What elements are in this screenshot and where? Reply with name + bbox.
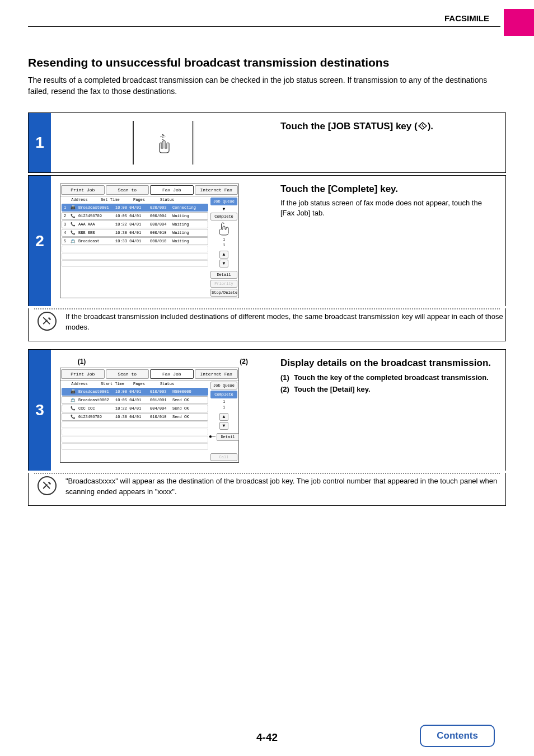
row-index: 2 bbox=[64, 214, 68, 218]
row-status: Waiting bbox=[172, 239, 206, 243]
row-pages: 004/004 bbox=[150, 406, 170, 411]
row-pages: 010/003 bbox=[150, 389, 170, 394]
row-address: Broadcast0002 bbox=[78, 398, 113, 402]
list-row[interactable]: 2📞012345678910:05 04/01000/004Waiting bbox=[62, 212, 208, 220]
callout-1: (1) bbox=[62, 358, 101, 365]
row-address: Broadcast0001 bbox=[78, 205, 113, 210]
stop-delete-button[interactable]: Stop/Delete bbox=[210, 289, 237, 297]
svg-line-2 bbox=[423, 126, 424, 127]
row-time: 10:05 04/01 bbox=[115, 214, 148, 218]
row-pages: 020/003 bbox=[150, 205, 170, 210]
press-key-illustration bbox=[133, 121, 194, 165]
row-type-icon: 📞 bbox=[71, 222, 76, 227]
step-3-title: Display details on the broadcast transmi… bbox=[280, 358, 496, 369]
list-row-empty bbox=[62, 246, 208, 252]
list-row[interactable]: 📇Broadcast000210:05 04/01001/001Send OK bbox=[62, 396, 208, 404]
list-row[interactable]: 4📞BBB BBB10:30 04/01000/010Waiting bbox=[62, 229, 208, 237]
row-address: 0123456789 bbox=[78, 415, 113, 419]
row-type-icon: 📇 bbox=[71, 398, 76, 402]
list-row[interactable]: 5📇Broadcast10:33 04/01000/010Waiting bbox=[62, 237, 208, 245]
page-title: Resending to unsuccessful broadcast tran… bbox=[28, 56, 506, 69]
list-row[interactable]: 3📞AAA AAA10:22 04/01000/004Waiting bbox=[62, 220, 208, 228]
list-headers: Address Start Time Pages Status bbox=[60, 381, 209, 387]
call-button[interactable]: Call bbox=[210, 453, 237, 461]
list-row-empty bbox=[62, 429, 208, 435]
tab-print-job[interactable]: Print Job bbox=[61, 369, 105, 379]
row-time: 10:22 04/01 bbox=[115, 222, 148, 227]
row-type-icon: 📠 bbox=[71, 389, 76, 394]
callout-2: (2) bbox=[101, 358, 265, 365]
list-row[interactable]: 📞012345678910:30 04/01010/010Send OK bbox=[62, 413, 208, 421]
list-row-empty bbox=[62, 253, 208, 260]
contents-button[interactable]: Contents bbox=[420, 725, 495, 747]
substep-2: (2) Touch the [Detail] key. bbox=[280, 385, 496, 393]
list-row-empty bbox=[62, 421, 208, 428]
step-2-title: Touch the [Complete] key. bbox=[280, 184, 496, 195]
row-time: 10:00 04/01 bbox=[115, 205, 148, 210]
tab-fax-job[interactable]: Fax Job bbox=[150, 369, 194, 379]
page-index-2: 1 bbox=[223, 405, 225, 410]
substep-2-text: Touch the [Detail] key. bbox=[294, 385, 371, 393]
scroll-up-button[interactable]: ▲ bbox=[219, 251, 228, 259]
list-row[interactable]: 1📠Broadcast000110:00 04/01020/003Connect… bbox=[62, 204, 208, 212]
row-type-icon: 📇 bbox=[71, 239, 76, 243]
tab-scan-to[interactable]: Scan to bbox=[106, 369, 149, 379]
substep-2-num: (2) bbox=[280, 385, 289, 393]
list-row-empty bbox=[62, 436, 208, 443]
step-3: 3 (1) (2) Print Job Scan to Fax Job Inte… bbox=[28, 349, 506, 471]
tab-internet-fax[interactable]: Internet Fax bbox=[195, 185, 238, 195]
step-2-note-container: If the broadcast transmission included d… bbox=[28, 308, 506, 341]
tab-print-job[interactable]: Print Job bbox=[61, 185, 105, 195]
header-rule bbox=[28, 26, 500, 27]
complete-button[interactable]: Complete bbox=[210, 391, 237, 398]
list-row-empty bbox=[62, 260, 208, 267]
job-queue-button[interactable]: Job Queue bbox=[210, 382, 237, 389]
row-time: 10:22 04/01 bbox=[115, 406, 148, 411]
hand-cursor-icon bbox=[216, 222, 232, 236]
row-address: BBB BBB bbox=[78, 231, 113, 235]
list-row-empty bbox=[62, 443, 208, 450]
list-row[interactable]: 📞CCC CCC10:22 04/01004/004Send OK bbox=[62, 405, 208, 412]
note-icon bbox=[38, 476, 57, 495]
scroll-up-button[interactable]: ▲ bbox=[219, 413, 228, 421]
row-type-icon: 📞 bbox=[71, 214, 76, 218]
substep-1-text: Touch the key of the completed broadcast… bbox=[294, 373, 489, 382]
callout-labels: (1) (2) bbox=[60, 358, 267, 365]
row-pages: 000/010 bbox=[150, 239, 170, 243]
row-pages: 000/004 bbox=[150, 214, 170, 218]
scroll-down-button[interactable]: ▼ bbox=[219, 260, 228, 267]
detail-button[interactable]: Detail bbox=[210, 271, 237, 279]
row-address: CCC CCC bbox=[78, 406, 113, 411]
step-2-number: 2 bbox=[29, 176, 51, 306]
row-type-icon: 📞 bbox=[71, 231, 76, 235]
row-time: 10:05 04/01 bbox=[115, 398, 148, 402]
step-1-title-suffix: ). bbox=[428, 121, 433, 132]
tab-internet-fax[interactable]: Internet Fax bbox=[195, 369, 238, 379]
scroll-down-button[interactable]: ▼ bbox=[219, 422, 228, 430]
hand-press-icon bbox=[152, 132, 174, 154]
job-queue-button[interactable]: Job Queue bbox=[210, 198, 237, 205]
list-row[interactable]: 📠Broadcast000110:00 04/01010/003NG000000 bbox=[62, 388, 208, 396]
page-index-1: 1 bbox=[223, 237, 225, 242]
priority-button[interactable]: Priority bbox=[210, 280, 237, 288]
tab-scan-to[interactable]: Scan to bbox=[106, 185, 149, 195]
row-time: 10:33 04/01 bbox=[115, 239, 148, 243]
step-2: 2 Print Job Scan to Fax Job Internet Fax bbox=[28, 175, 506, 306]
tab-fax-job[interactable]: Fax Job bbox=[150, 185, 194, 195]
intro-paragraph: The results of a completed broadcast tra… bbox=[28, 75, 506, 97]
step-2-description: If the job status screen of fax mode doe… bbox=[280, 198, 496, 218]
step-1: 1 Touch the [JOB STATUS] key (). bbox=[28, 112, 506, 173]
page-index-1: 1 bbox=[223, 400, 225, 404]
note-icon bbox=[38, 312, 57, 331]
row-time: 10:30 04/01 bbox=[115, 415, 148, 419]
row-time: 10:30 04/01 bbox=[115, 231, 148, 235]
row-address: AAA AAA bbox=[78, 222, 113, 227]
svg-point-0 bbox=[420, 125, 421, 126]
step-1-number: 1 bbox=[29, 113, 51, 172]
complete-button[interactable]: Complete bbox=[210, 213, 237, 220]
step-3-note-text: "Broadcastxxxx" will appear as the desti… bbox=[65, 476, 505, 497]
row-type-icon: 📞 bbox=[71, 415, 76, 419]
job-status-screen-complete: Print Job Scan to Fax Job Internet Fax A… bbox=[60, 368, 239, 463]
detail-button[interactable]: Detail bbox=[217, 433, 239, 441]
row-type-icon: 📠 bbox=[71, 205, 76, 210]
